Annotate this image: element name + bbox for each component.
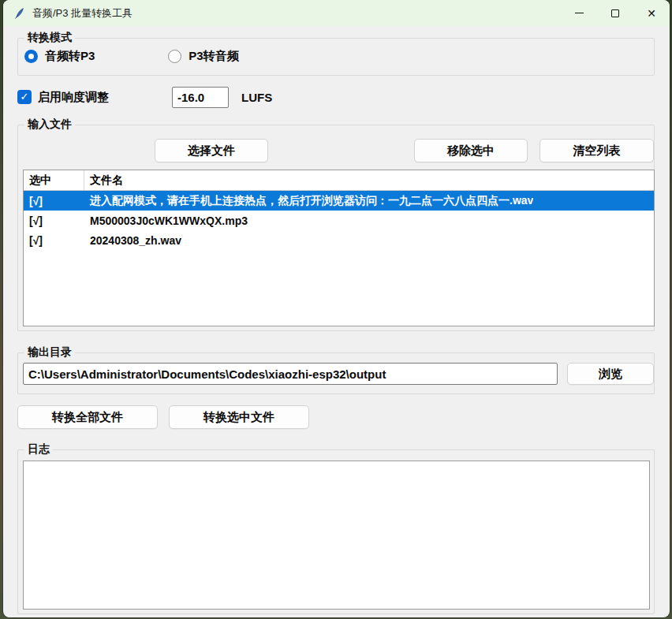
mode-group: 转换模式 音频转P3 P3转音频	[17, 38, 655, 76]
maximize-button[interactable]	[597, 0, 633, 26]
lufs-unit-label: LUFS	[241, 91, 272, 104]
output-dir-group-label: 输出目录	[24, 345, 75, 360]
row-filename[interactable]: M500003J0cWK1WWxQX.mp3	[84, 214, 248, 227]
lufs-input[interactable]	[172, 87, 229, 108]
close-button[interactable]: ✕	[633, 0, 670, 26]
minimize-icon	[575, 13, 584, 13]
convert-all-button[interactable]: 转换全部文件	[17, 405, 158, 429]
loudness-label[interactable]: 启用响度调整	[38, 90, 109, 105]
log-group-label: 日志	[24, 442, 53, 457]
radio-p3-to-audio[interactable]	[168, 50, 181, 63]
row-checked-mark[interactable]: [√]	[24, 195, 84, 207]
file-list-rows: [√]进入配网模式，请在手机上连接热点，然后打开浏览器访问：一九二点一六八点四点…	[24, 191, 654, 250]
input-files-group-label: 输入文件	[24, 117, 75, 132]
row-checked-mark[interactable]: [√]	[24, 214, 84, 227]
loudness-row: 启用响度调整 LUFS	[17, 86, 272, 108]
output-dir-group: 输出目录 浏览	[17, 352, 655, 394]
row-filename[interactable]: 20240308_zh.wav	[84, 234, 181, 247]
minimize-button[interactable]	[561, 0, 597, 26]
log-group: 日志	[17, 449, 655, 614]
table-row[interactable]: [√]20240308_zh.wav	[24, 230, 654, 250]
output-path-input[interactable]	[23, 363, 558, 385]
close-icon: ✕	[647, 8, 656, 19]
clear-list-button[interactable]: 清空列表	[539, 139, 654, 162]
convert-selected-button[interactable]: 转换选中文件	[169, 405, 309, 429]
mode-group-label: 转换模式	[24, 31, 75, 45]
table-row[interactable]: [√]进入配网模式，请在手机上连接热点，然后打开浏览器访问：一九二点一六八点四点…	[24, 191, 654, 211]
header-filename-column[interactable]: 文件名	[84, 173, 123, 188]
input-files-group: 输入文件 选择文件 移除选中 清空列表 选中 文件名 [√]进入配网模式，请在手…	[17, 125, 655, 331]
browse-button[interactable]: 浏览	[567, 363, 654, 385]
window-title: 音频/P3 批量转换工具	[32, 6, 133, 21]
header-checked-column[interactable]: 选中	[24, 170, 84, 190]
app-window: 音频/P3 批量转换工具 ✕ 转换模式 音频转P3 P3转音频 启用响度调整 L…	[3, 0, 670, 617]
loudness-checkbox[interactable]	[17, 90, 32, 104]
file-list-header: 选中 文件名	[24, 170, 654, 191]
radio-audio-to-p3[interactable]	[24, 50, 38, 63]
file-list[interactable]: 选中 文件名 [√]进入配网模式，请在手机上连接热点，然后打开浏览器访问：一九二…	[23, 170, 655, 326]
select-files-button[interactable]: 选择文件	[155, 139, 268, 162]
table-row[interactable]: [√]M500003J0cWK1WWxQX.mp3	[24, 211, 654, 230]
radio-audio-to-p3-label[interactable]: 音频转P3	[45, 49, 95, 64]
tk-feather-icon	[13, 6, 25, 21]
remove-selected-button[interactable]: 移除选中	[414, 139, 528, 162]
log-textarea[interactable]	[23, 461, 650, 610]
maximize-icon	[611, 9, 619, 17]
row-checked-mark[interactable]: [√]	[24, 234, 84, 247]
titlebar: 音频/P3 批量转换工具 ✕	[3, 0, 670, 26]
row-filename[interactable]: 进入配网模式，请在手机上连接热点，然后打开浏览器访问：一九二点一六八点四点一.w…	[84, 194, 533, 208]
radio-p3-to-audio-label[interactable]: P3转音频	[189, 49, 238, 64]
